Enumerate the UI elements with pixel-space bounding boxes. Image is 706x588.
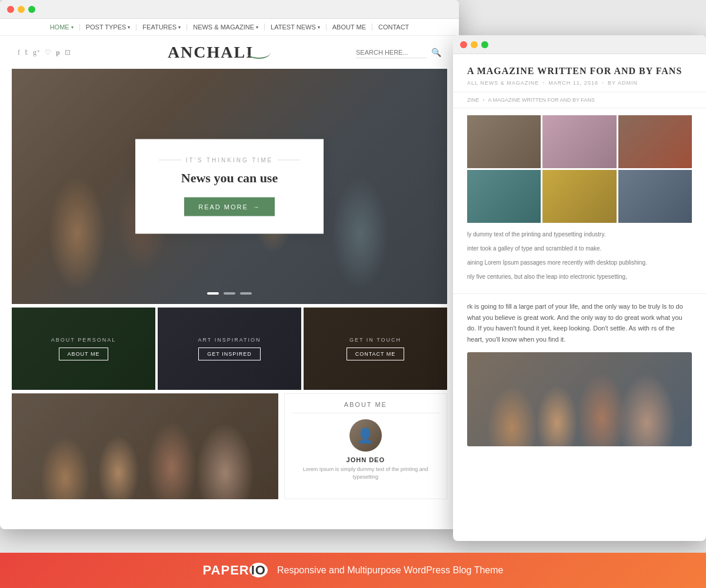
contact-me-button[interactable]: CONTACT ME [347,348,405,360]
card-label-1: ABOUT PERSONAL [51,337,116,343]
article-date: MARCH 11, 2016 [548,80,598,86]
instagram-icon[interactable]: ⊡ [65,48,71,57]
article-meta: ALL NEWS & MAGAZINE • MARCH 11, 2016 • B… [467,80,692,86]
right-browser-content: A MAGAZINE WRITTEN FOR AND BY FANS ALL N… [453,54,706,541]
body-text-2: inter took a galley of type and scramble… [467,244,692,253]
article-section: ALL NEWS & MAGAZINE [467,80,539,86]
tagline-text: Responsive and Multipurpose WordPress Bl… [277,565,504,576]
card-art-inspiration: ART INSPIRATION GET INSPIRED [158,308,301,390]
browser-window-left: HOME ▾ POST TYPES ▾ FEATURES ▾ NEWS & MA… [0,0,459,529]
card-label-2: ART INSPIRATION [198,337,261,343]
nav-item-latest-news[interactable]: LATEST NEWS ▾ [265,24,327,31]
search-area: 🔍 [356,47,441,58]
breadcrumb: ZINE › A MAGAZINE WRITTEN FOR AND BY FAN… [453,92,706,108]
card-overlay-2: ART INSPIRATION GET INSPIRED [158,308,301,390]
bottom-img-overlay [467,352,692,446]
breadcrumb-separator: › [483,97,485,103]
grid-image-5 [542,170,616,223]
social-icons: f 𝕥 g⁺ ♡ 𝐩 ⊡ [18,48,71,57]
article-bottom-image [467,352,692,446]
grid-image-2 [542,115,616,168]
slide-title: News you can use [159,171,300,186]
body-text-3: aining Lorem Ipsum passages more recentl… [467,258,692,268]
slider-dot-1[interactable] [207,292,219,295]
breadcrumb-home[interactable]: ZINE [467,97,479,103]
search-input[interactable] [356,47,427,58]
main-nav: HOME ▾ POST TYPES ▾ FEATURES ▾ NEWS & MA… [0,19,459,36]
card-about-personal: ABOUT PERSONAL ABOUT ME [12,308,155,390]
get-inspired-button[interactable]: GET INSPIRED [198,348,260,360]
avatar: 👤 [349,419,382,452]
logo-highlight: IO [249,563,268,577]
article-title: A MAGAZINE WRITTEN FOR AND BY FANS [467,66,692,76]
hero-slider: IT'S THINKING TIME News you can use READ… [12,69,447,304]
slider-dot-3[interactable] [240,292,252,295]
article-body: ly dummy text of the printing and typese… [453,230,706,293]
card-label-3: GET IN TOUCH [349,337,401,343]
meta-separator-2: • [602,80,604,86]
logo-area: f 𝕥 g⁺ ♡ 𝐩 ⊡ ANCHALI 🔍 [0,36,459,69]
article-quote: rk is going to fill a large part of your… [453,293,706,352]
left-browser-content: HOME ▾ POST TYPES ▾ FEATURES ▾ NEWS & MA… [0,19,459,529]
bottom-section: ABOUT ME 👤 JOHN DEO Lorem Ipsum is simpl… [12,393,447,499]
grid-image-6 [618,170,692,223]
nav-item-post-types[interactable]: POST TYPES ▾ [80,24,137,31]
about-me-card-title: ABOUT ME [292,401,439,413]
read-more-button[interactable]: READ MORE → [184,198,275,216]
close-dot-right[interactable] [460,41,467,48]
nav-item-contact[interactable]: CONTACT [372,24,415,31]
nav-item-news[interactable]: NEWS & MAGAZINE ▾ [187,24,265,31]
bottom-banner: PAPERIO Responsive and Multipurpose Word… [0,553,706,588]
about-me-button[interactable]: ABOUT ME [59,348,109,360]
close-dot[interactable] [7,6,14,13]
twitter-icon[interactable]: 𝕥 [25,48,28,57]
nav-item-about[interactable]: ABOUT ME [327,24,372,31]
maximize-dot-right[interactable] [481,41,488,48]
slide-card: IT'S THINKING TIME News you can use READ… [135,139,324,234]
browser-window-right: A MAGAZINE WRITTEN FOR AND BY FANS ALL N… [453,35,706,541]
article-header: A MAGAZINE WRITTEN FOR AND BY FANS ALL N… [453,54,706,92]
browser-chrome-left [0,0,459,19]
person-icon: 👤 [357,427,374,444]
search-icon[interactable]: 🔍 [431,48,441,58]
image-grid [453,108,706,230]
paperio-logo: PAPERIO [203,563,268,578]
maximize-dot[interactable] [28,6,35,13]
article-author: BY ADMIN [608,80,638,86]
about-name: JOHN DEO [292,456,439,463]
three-column-cards: ABOUT PERSONAL ABOUT ME ART INSPIRATION … [12,308,447,390]
site-logo: ANCHALI [168,43,259,62]
grid-image-1 [467,115,541,168]
body-text-1: ly dummy text of the printing and typese… [467,230,692,239]
slide-eyebrow: IT'S THINKING TIME [159,157,300,163]
grid-image-4 [467,170,541,223]
card-overlay-3: GET IN TOUCH CONTACT ME [304,308,447,390]
google-icon[interactable]: g⁺ [33,48,40,57]
about-description: Lorem Ipsum is simply dummy text of the … [292,466,439,480]
breadcrumb-current: A MAGAZINE WRITTEN FOR AND BY FANS [488,97,595,103]
grid-image-3 [618,115,692,168]
slider-dots [207,292,252,295]
browser-chrome-right [453,35,706,54]
meta-separator-1: • [542,80,545,86]
minimize-dot-right[interactable] [471,41,478,48]
nav-item-home[interactable]: HOME ▾ [44,24,80,31]
card-get-in-touch: GET IN TOUCH CONTACT ME [304,308,447,390]
minimize-dot[interactable] [18,6,25,13]
facebook-icon[interactable]: f [18,48,20,57]
card-overlay-1: ABOUT PERSONAL ABOUT ME [12,308,155,390]
slider-dot-2[interactable] [224,292,235,295]
nav-item-features[interactable]: FEATURES ▾ [136,24,187,31]
about-me-card: ABOUT ME 👤 JOHN DEO Lorem Ipsum is simpl… [284,393,447,499]
heart-icon[interactable]: ♡ [45,48,51,57]
arrow-icon: → [253,203,261,211]
blog-overlay [12,393,278,499]
pinterest-icon[interactable]: 𝐩 [56,48,60,57]
body-text-4: nly five centuries, but also the leap in… [467,272,692,282]
blog-preview-image [12,393,278,499]
